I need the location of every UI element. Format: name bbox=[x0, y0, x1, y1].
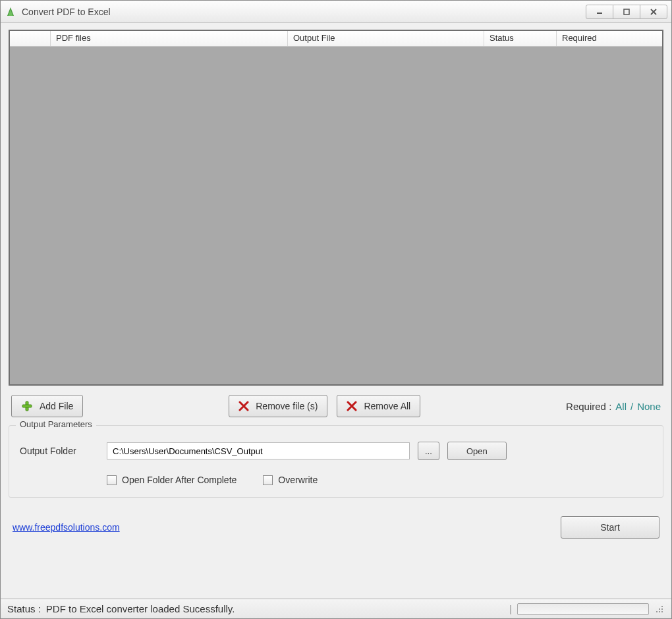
website-link[interactable]: www.freepdfsolutions.com bbox=[13, 522, 120, 533]
output-folder-input[interactable] bbox=[107, 442, 410, 459]
browse-label: ... bbox=[425, 446, 432, 456]
x-icon bbox=[238, 401, 249, 411]
window-controls bbox=[586, 5, 667, 19]
grid-rowheader-column[interactable] bbox=[10, 31, 51, 46]
open-folder-button[interactable]: Open bbox=[447, 442, 507, 460]
output-group-title: Output Parameters bbox=[16, 419, 96, 429]
file-grid[interactable]: PDF files Output File Status Required bbox=[9, 30, 663, 386]
x-icon bbox=[347, 401, 357, 411]
remove-all-button[interactable]: Remove All bbox=[337, 395, 420, 417]
required-label: Required : bbox=[566, 401, 611, 412]
statusbar: Status : PDF to Excel converter loaded S… bbox=[1, 599, 671, 618]
required-filter: Required : All / None bbox=[566, 401, 661, 412]
svg-rect-2 bbox=[597, 13, 602, 14]
required-separator: / bbox=[630, 401, 633, 412]
checkbox-icon bbox=[107, 475, 117, 485]
app-icon bbox=[5, 6, 16, 18]
overwrite-label: Overwrite bbox=[278, 475, 318, 485]
open-after-checkbox[interactable]: Open Folder After Complete bbox=[107, 475, 237, 485]
grid-body[interactable] bbox=[10, 47, 662, 384]
resize-grip[interactable] bbox=[654, 604, 665, 614]
browse-button[interactable]: ... bbox=[418, 442, 439, 460]
required-all-link[interactable]: All bbox=[615, 401, 627, 412]
checkbox-icon bbox=[263, 475, 273, 485]
add-file-label: Add File bbox=[40, 401, 73, 411]
required-none-link[interactable]: None bbox=[637, 401, 661, 412]
output-folder-label: Output Folder bbox=[20, 446, 99, 456]
status-message: PDF to Excel converter loaded Sucessfull… bbox=[46, 603, 504, 614]
checkbox-row: Open Folder After Complete Overwrite bbox=[107, 475, 652, 485]
titlebar[interactable]: Convert PDF to Excel bbox=[1, 1, 671, 23]
grid-col-pdf[interactable]: PDF files bbox=[51, 31, 288, 46]
add-file-button[interactable]: Add File bbox=[11, 395, 83, 417]
grid-col-status[interactable]: Status bbox=[484, 31, 557, 46]
start-label: Start bbox=[600, 522, 620, 533]
client-area: PDF files Output File Status Required Ad… bbox=[1, 23, 671, 599]
maximize-button[interactable] bbox=[613, 5, 640, 19]
output-parameters-group: Output Parameters Output Folder ... Open… bbox=[9, 425, 663, 498]
open-label: Open bbox=[466, 446, 488, 456]
svg-rect-3 bbox=[624, 9, 629, 15]
remove-files-button[interactable]: Remove file (s) bbox=[229, 395, 327, 417]
output-folder-row: Output Folder ... Open bbox=[20, 442, 652, 460]
bottom-row: www.freepdfsolutions.com Start bbox=[9, 498, 663, 545]
open-after-label: Open Folder After Complete bbox=[122, 475, 237, 485]
remove-all-label: Remove All bbox=[364, 401, 410, 411]
status-prefix: Status : bbox=[7, 603, 41, 614]
close-button[interactable] bbox=[640, 5, 667, 19]
remove-files-label: Remove file (s) bbox=[256, 401, 318, 411]
minimize-button[interactable] bbox=[586, 5, 613, 19]
grid-col-output[interactable]: Output File bbox=[288, 31, 484, 46]
plus-icon bbox=[21, 400, 33, 412]
overwrite-checkbox[interactable]: Overwrite bbox=[263, 475, 318, 485]
action-row: Add File Remove file (s) Remove All Requ… bbox=[9, 386, 663, 424]
window-title: Convert PDF to Excel bbox=[22, 7, 586, 17]
svg-rect-5 bbox=[22, 405, 32, 407]
grid-col-required[interactable]: Required bbox=[557, 31, 662, 46]
app-window: Convert PDF to Excel PDF files Output Fi… bbox=[0, 0, 672, 619]
grid-header: PDF files Output File Status Required bbox=[10, 31, 662, 47]
progress-bar bbox=[517, 603, 649, 615]
start-button[interactable]: Start bbox=[561, 516, 659, 539]
